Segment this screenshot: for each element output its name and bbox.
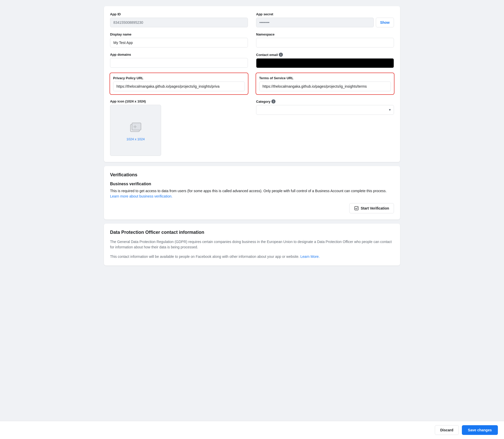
privacy-policy-label: Privacy Policy URL [113,76,245,80]
category-select-wrapper: ▼ [256,105,394,115]
verification-icon [354,206,359,211]
app-settings-card: App ID App secret Show Display name Name… [104,6,400,162]
image-upload-icon [128,120,143,135]
app-secret-group: App secret Show [256,12,394,27]
app-domains-group: App domains [110,53,248,68]
dpo-text-1: The General Data Protection Regulation (… [110,239,394,250]
display-name-label: Display name [110,32,248,36]
app-id-group: App ID [110,12,248,27]
dpo-learn-more[interactable]: Learn More. [301,255,320,259]
verification-action-row: Start Verification [110,203,394,213]
app-icon-placeholder-label: 1024 x 1024 [126,137,145,141]
category-label: Category i [256,99,394,103]
category-info-icon[interactable]: i [271,99,275,103]
start-verification-button[interactable]: Start Verification [349,203,394,213]
app-icon-upload[interactable]: 1024 x 1024 [110,105,161,156]
business-verification-learn-more[interactable]: Learn more about business verification. [110,194,172,198]
show-secret-button[interactable]: Show [376,18,394,27]
app-secret-input[interactable] [256,18,374,27]
app-icon-group: App icon (1024 x 1024) 1024 x 1024 [110,99,248,156]
app-secret-label: App secret [256,12,394,16]
verifications-title: Verifications [110,172,394,178]
category-select[interactable] [256,105,394,115]
dpo-title: Data Protection Officer contact informat… [110,230,394,235]
contact-email-info-icon[interactable]: i [279,53,283,57]
privacy-policy-group: Privacy Policy URL [110,73,248,94]
contact-email-input[interactable] [256,58,394,68]
business-verification-text: This is required to get access to data f… [110,188,394,199]
verifications-card: Verifications Business verification This… [104,166,400,220]
dpo-text-2: This contact information will be availab… [110,254,394,259]
app-id-label: App ID [110,12,248,16]
svg-rect-4 [355,206,358,210]
dpo-card: Data Protection Officer contact informat… [104,224,400,265]
app-secret-row: Show [256,18,394,27]
app-domains-input[interactable] [110,58,248,68]
namespace-label: Namespace [256,32,394,36]
business-verification-title: Business verification [110,182,394,186]
contact-email-label: Contact email i [256,53,394,57]
app-id-input[interactable] [110,18,248,27]
category-group: Category i ▼ [256,99,394,156]
terms-of-service-group: Terms of Service URL [256,73,394,94]
display-name-input[interactable] [110,38,248,48]
privacy-policy-input[interactable] [113,82,245,91]
app-icon-label: App icon (1024 x 1024) [110,99,248,103]
terms-of-service-input[interactable] [259,82,391,91]
terms-of-service-label: Terms of Service URL [259,76,391,80]
display-name-group: Display name [110,32,248,48]
contact-email-group: Contact email i [256,53,394,68]
namespace-group: Namespace [256,32,394,48]
app-domains-label: App domains [110,53,248,56]
namespace-input[interactable] [256,38,394,48]
